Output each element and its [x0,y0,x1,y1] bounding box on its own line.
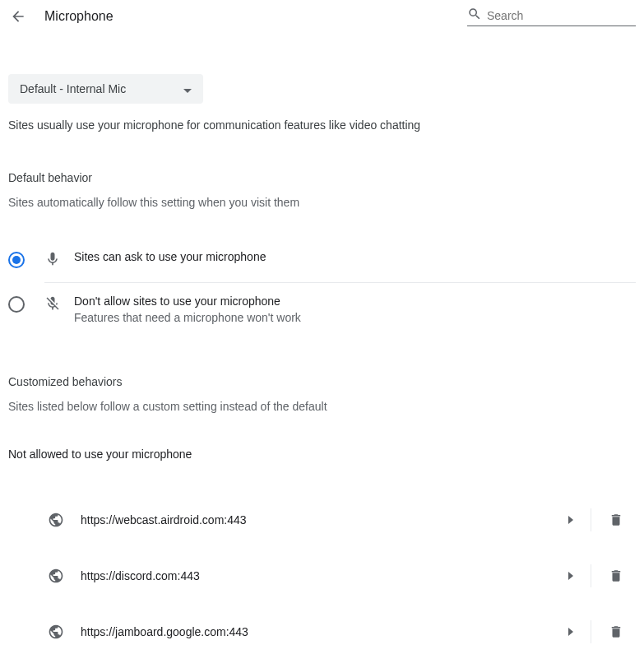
radio-allow-ask[interactable] [8,252,25,268]
not-allowed-title: Not allowed to use your microphone [8,448,636,461]
delete-button[interactable] [596,503,636,536]
microphone-device-dropdown[interactable]: Default - Internal Mic [8,74,203,104]
divider [591,620,591,643]
search-container[interactable] [467,7,636,26]
delete-button[interactable] [596,559,636,592]
globe-icon [48,568,64,584]
radio-dont-allow-sublabel: Features that need a microphone won't wo… [74,311,636,324]
expand-button[interactable] [554,559,587,592]
expand-button[interactable] [554,615,587,648]
delete-button[interactable] [596,615,636,648]
default-behavior-subtitle: Sites automatically follow this setting … [8,196,636,209]
dropdown-arrow-icon [183,82,192,95]
divider [591,508,591,531]
radio-dont-allow-label: Don't allow sites to use your microphone [74,295,636,308]
page-title: Microphone [44,9,114,24]
site-url: https://jamboard.google.com:443 [81,625,248,638]
site-entry[interactable]: https://webcast.airdroid.com:443 [8,503,587,536]
site-entry[interactable]: https://discord.com:443 [8,559,587,592]
site-row: https://discord.com:443 [8,548,636,604]
microphone-description: Sites usually use your microphone for co… [8,118,636,132]
globe-icon [48,624,64,640]
back-button[interactable] [8,7,28,26]
site-url: https://discord.com:443 [81,569,200,582]
microphone-icon [44,250,61,270]
site-row: https://webcast.airdroid.com:443 [8,492,636,548]
search-input[interactable] [487,9,636,22]
customized-behaviors-subtitle: Sites listed below follow a custom setti… [8,400,636,413]
radio-dont-allow[interactable] [8,296,25,313]
site-entry[interactable]: https://jamboard.google.com:443 [8,615,587,648]
microphone-off-icon [44,295,61,314]
default-behavior-title: Default behavior [8,171,636,184]
customized-behaviors-title: Customized behaviors [8,375,636,388]
search-icon [467,7,482,24]
site-row: https://jamboard.google.com:443 [8,604,636,654]
site-url: https://webcast.airdroid.com:443 [81,513,247,526]
divider [591,564,591,587]
radio-allow-label: Sites can ask to use your microphone [74,250,636,263]
globe-icon [48,512,64,528]
dropdown-selected: Default - Internal Mic [20,82,126,95]
expand-button[interactable] [554,503,587,536]
